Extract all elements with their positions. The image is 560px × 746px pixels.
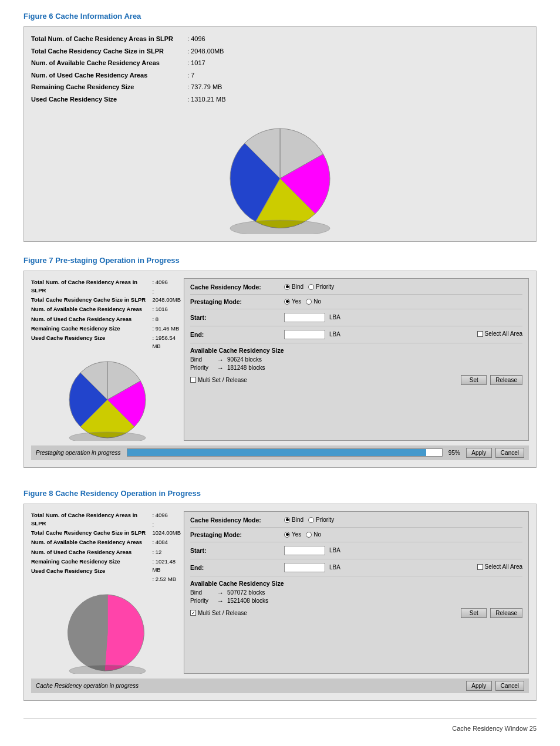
fig7-start-controls: LBA [284, 313, 340, 322]
fig8-start-input[interactable] [284, 546, 325, 555]
fig8-no-label: No [313, 531, 321, 538]
fig8-end-input[interactable] [284, 563, 325, 572]
fig8-avail-title: Available Cache Residency Size [190, 580, 522, 587]
figure8-left: Total Num. of Cache Residency Areas in S… [31, 511, 184, 674]
fig8-set-btn[interactable]: Set [461, 608, 487, 618]
fig8-stat-label: Num. of Available Cache Residency Areas [31, 538, 147, 546]
fig8-end-row: End: LBA Select All Area [190, 563, 522, 576]
figure8-section: Figure 8 Cache Residency Operation in Pr… [23, 489, 537, 701]
fig7-stat-value: : 2048.00MB [152, 288, 184, 305]
fig6-stat-label: Total Cache Residency Cache Size in SLPR [31, 46, 173, 57]
figure7-apply-btn[interactable]: Apply [466, 448, 492, 458]
fig8-bind-option[interactable]: Bind [284, 517, 303, 523]
fig8-yes-radio[interactable] [284, 532, 290, 538]
fig7-stat-value: : 4096 [152, 278, 184, 286]
fig7-end-lba: LBA [329, 331, 340, 337]
figure8-right: Cache Residency Mode: Bind Priority [184, 511, 529, 674]
fig8-stat-label: Total Cache Residency Cache Size in SLPR [31, 529, 147, 537]
fig7-stat-label: Num. of Available Cache Residency Areas [31, 305, 147, 313]
fig8-priority-radio[interactable] [308, 517, 314, 523]
fig7-bind-val: 90624 blocks [227, 356, 262, 363]
fig8-end-label: End: [190, 564, 284, 571]
fig8-bind-row: Bind → 507072 blocks [190, 589, 522, 596]
fig7-release-btn[interactable]: Release [490, 375, 522, 385]
fig8-stat-label: Total Num. of Cache Residency Areas in S… [31, 511, 147, 528]
fig7-avail-section: Available Cache Residency Size Bind → 90… [190, 347, 522, 372]
fig7-multi-lbl: Multi Set / Release [198, 377, 247, 383]
figure7-progress-bar [127, 448, 443, 457]
fig7-stat-value: : 91.46 MB [152, 325, 184, 333]
fig7-start-label: Start: [190, 314, 284, 321]
figure8-title: Figure 8 Cache Residency Operation in Pr… [23, 489, 537, 498]
fig7-priority-radio[interactable] [308, 284, 314, 290]
fig7-stat-value: : 1956.54 MB [152, 334, 184, 351]
fig8-yes-label: Yes [292, 531, 301, 538]
fig8-end-controls: LBA Select All Area [284, 563, 522, 572]
fig7-avail-title: Available Cache Residency Size [190, 347, 522, 354]
fig6-stat-label: Remaining Cache Residency Size [31, 82, 173, 93]
fig7-mode-radios: Bind Priority [284, 283, 334, 290]
fig7-end-input[interactable] [284, 330, 325, 339]
fig7-priority-arrow: → [217, 364, 224, 372]
fig8-select-all[interactable]: Select All Area [477, 563, 522, 570]
fig7-stat-label: Num. of Used Cache Residency Areas [31, 315, 147, 323]
fig7-set-btn[interactable]: Set [461, 375, 487, 385]
fig7-mode-label: Cache Residency Mode: [190, 283, 284, 291]
fig7-select-all[interactable]: Select All Area [477, 330, 522, 337]
fig6-stat-value: : 4096 [187, 34, 225, 45]
fig7-bind-option[interactable]: Bind [284, 283, 303, 290]
fig7-multi-chk-box[interactable] [190, 377, 196, 383]
fig8-stat-value: : 4096 [152, 511, 184, 519]
fig7-multi-set-chk[interactable]: Multi Set / Release [190, 377, 247, 383]
fig8-priority-label: Priority [316, 517, 334, 523]
fig8-multi-set-chk[interactable]: Multi Set / Release [190, 610, 247, 616]
figure7-box: Total Num. of Cache Residency Areas in S… [23, 271, 537, 468]
pie-chart-7 [60, 356, 154, 441]
fig7-start-row: Start: LBA [190, 313, 522, 326]
figure8-cancel-btn[interactable]: Cancel [495, 681, 524, 691]
fig7-select-all-check[interactable] [477, 331, 483, 337]
fig8-no-radio[interactable] [306, 532, 312, 538]
figure6-title: Figure 6 Cache Information Area [23, 12, 537, 21]
fig7-yes-radio[interactable] [284, 299, 290, 305]
fig7-no-option[interactable]: No [306, 298, 321, 305]
fig8-start-row: Start: LBA [190, 546, 522, 559]
figure7-cancel-btn[interactable]: Cancel [495, 448, 524, 458]
fig6-stat-label: Total Num. of Cache Residency Areas in S… [31, 34, 173, 45]
fig6-stat-value: : 1310.21 MB [187, 94, 225, 105]
fig7-priority-row: Priority → 181248 blocks [190, 364, 522, 372]
fig7-bind-radio[interactable] [284, 284, 290, 290]
fig8-no-option[interactable]: No [306, 531, 321, 538]
fig8-select-all-check[interactable] [477, 564, 483, 570]
figure7-progress-text: 95% [448, 450, 460, 456]
figure7-status-label: Prestaging operation in progress [36, 450, 121, 456]
fig8-mode-label: Cache Residency Mode: [190, 517, 284, 524]
fig7-bind-arrow: → [217, 356, 224, 363]
fig8-stat-value: : 1021.48 MB [152, 558, 184, 575]
fig8-mode-radios: Bind Priority [284, 517, 334, 523]
fig8-bind-radio[interactable] [284, 517, 290, 523]
figure7-inner: Total Num. of Cache Residency Areas in S… [31, 278, 529, 441]
fig8-release-btn[interactable]: Release [490, 608, 522, 618]
figure7-left-stats: Total Num. of Cache Residency Areas in S… [31, 278, 184, 351]
fig7-priority-option[interactable]: Priority [308, 283, 334, 290]
pie-chart-6 [215, 117, 345, 234]
fig8-avail-priority-lbl: Priority [190, 598, 214, 604]
fig7-start-input[interactable] [284, 313, 325, 322]
fig8-priority-option[interactable]: Priority [308, 517, 334, 523]
fig6-stat-label: Used Cache Residency Size [31, 94, 173, 105]
figure8-apply-cancel: Apply Cancel [466, 681, 524, 691]
fig8-yes-option[interactable]: Yes [284, 531, 301, 538]
fig7-mode-row: Cache Residency Mode: Bind Priority [190, 283, 522, 295]
fig7-yes-option[interactable]: Yes [284, 298, 301, 305]
pie-chart-8 [60, 589, 154, 674]
figure8-apply-btn[interactable]: Apply [466, 681, 492, 691]
figure7-right: Cache Residency Mode: Bind Priority [184, 278, 529, 441]
fig6-stat-value: : 737.79 MB [187, 82, 225, 93]
fig7-priority-val: 181248 blocks [227, 364, 265, 371]
fig8-start-lba: LBA [329, 547, 340, 553]
figure6-chart [31, 117, 529, 234]
fig8-stat-value: : 12 [152, 548, 184, 556]
fig7-no-radio[interactable] [306, 299, 312, 305]
fig8-multi-chk-box[interactable] [190, 610, 196, 616]
